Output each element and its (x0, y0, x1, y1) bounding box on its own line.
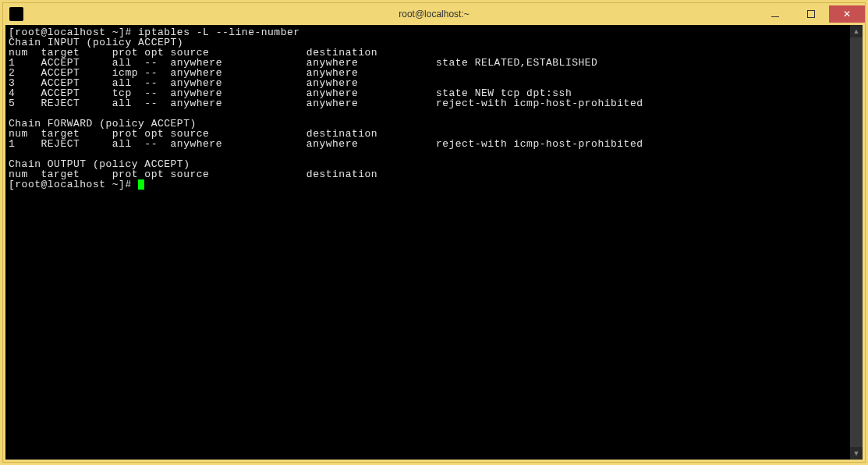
scroll-down-button[interactable]: ▼ (850, 447, 863, 460)
maximize-button[interactable] (793, 5, 829, 23)
prompt: [root@localhost ~]# (9, 179, 138, 190)
titlebar[interactable]: root@localhost:~ ✕ (3, 3, 865, 25)
vertical-scrollbar[interactable]: ▲ ▼ (850, 25, 863, 460)
terminal-output[interactable]: [root@localhost ~]# iptables -L --line-n… (5, 25, 850, 460)
close-button[interactable]: ✕ (829, 5, 865, 23)
cursor (138, 179, 144, 190)
terminal-window: root@localhost:~ ✕ [root@localhost ~]# i… (2, 2, 866, 463)
window-title: root@localhost:~ (399, 9, 469, 20)
scroll-thumb[interactable] (850, 37, 863, 447)
rule-line: 5 REJECT all -- anywhere anywhere reject… (9, 98, 650, 109)
rule-line: 1 REJECT all -- anywhere anywhere reject… (9, 138, 650, 150)
terminal-container: [root@localhost ~]# iptables -L --line-n… (5, 25, 863, 460)
window-controls: ✕ (757, 5, 865, 23)
app-icon (9, 7, 23, 21)
scroll-up-button[interactable]: ▲ (850, 25, 863, 37)
minimize-button[interactable] (757, 5, 793, 23)
